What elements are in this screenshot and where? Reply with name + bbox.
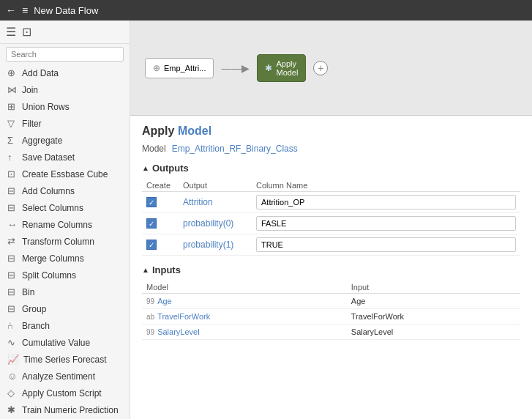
sidebar-item-rename-columns[interactable]: ↔ Rename Columns	[0, 216, 130, 233]
table-row: ✓ Attrition	[142, 192, 520, 213]
node-emp-label: Emp_Attri...	[164, 64, 206, 73]
sidebar-item-merge-columns[interactable]: ⊟ Merge Columns	[0, 250, 130, 267]
sidebar-item-split-columns[interactable]: ⊟ Split Columns	[0, 267, 130, 283]
node-apply-icon: ✱	[265, 63, 272, 73]
sidebar-label-create-essbase-cube: Create Essbase Cube	[22, 169, 108, 179]
col-header-model: Model	[142, 281, 347, 294]
sidebar-label-cumulative-value: Cumulative Value	[22, 338, 90, 348]
back-icon[interactable]: ←	[6, 4, 16, 16]
sidebar-label-filter: Filter	[22, 119, 42, 129]
input-model-2[interactable]: SalaryLevel	[157, 327, 199, 336]
model-value[interactable]: Emp_Attrition_RF_Binary_Class	[172, 144, 298, 154]
details-panel: Apply Model Model Emp_Attrition_RF_Binar…	[130, 116, 532, 419]
sidebar-item-create-essbase-cube[interactable]: ⊡ Create Essbase Cube	[0, 166, 130, 182]
sidebar-label-apply-custom-script: Apply Custom Script	[22, 388, 102, 398]
col-header-create: Create	[142, 179, 179, 192]
inputs-section-header[interactable]: ▲ Inputs	[142, 264, 520, 275]
input-value-1: TravelForWork	[351, 312, 404, 321]
sidebar-item-group[interactable]: ⊟ Group	[0, 300, 130, 317]
column-name-input-0[interactable]	[256, 195, 516, 210]
sidebar-label-merge-columns: Merge Columns	[22, 253, 84, 264]
sidebar-item-filter[interactable]: ▽ Filter	[0, 115, 130, 132]
sidebar-icon-rename-columns: ↔	[7, 219, 18, 230]
sidebar-item-add-data[interactable]: ⊕ Add Data	[0, 64, 130, 81]
sidebar-item-join[interactable]: ⋈ Join	[0, 81, 130, 98]
column-name-input-2[interactable]	[256, 237, 516, 252]
output-checkbox-2[interactable]: ✓	[146, 240, 157, 250]
sidebar-icon-group: ⊟	[7, 303, 18, 314]
output-name-1[interactable]: probability(0)	[183, 218, 233, 229]
inputs-table: Model Input 99Age Age abTravelForWork Tr…	[142, 281, 520, 340]
sidebar-item-add-columns[interactable]: ⊟ Add Columns	[0, 182, 130, 199]
sidebar-label-union-rows: Union Rows	[22, 102, 70, 112]
add-node-button[interactable]: +	[313, 61, 328, 75]
sidebar-item-apply-custom-script[interactable]: ◇ Apply Custom Script	[0, 385, 130, 401]
sidebar-item-analyze-sentiment[interactable]: ☺ Analyze Sentiment	[0, 368, 130, 385]
sidebar-item-aggregate[interactable]: Σ Aggregate	[0, 132, 130, 149]
table-row: ✓ probability(0)	[142, 213, 520, 234]
sidebar-icon-create-essbase-cube: ⊡	[7, 168, 18, 179]
sidebar-tab-icon[interactable]: ⊡	[22, 25, 31, 39]
sidebar-item-bin[interactable]: ⊟ Bin	[0, 283, 130, 300]
sidebar-icon-branch: ⑃	[7, 320, 18, 331]
sidebar-label-train-numeric-prediction: Train Numeric Prediction	[22, 405, 119, 415]
sidebar-icon-add-columns: ⊟	[7, 185, 18, 196]
model-row: Model Emp_Attrition_RF_Binary_Class	[142, 144, 520, 154]
col-header-output: Output	[179, 179, 252, 192]
sidebar-icon-train-numeric-prediction: ✱	[7, 404, 18, 415]
title-bar: ← ≡ New Data Flow	[0, 0, 532, 21]
menu-icon[interactable]: ≡	[22, 4, 28, 16]
outputs-section-header[interactable]: ▲ Outputs	[142, 163, 520, 174]
sidebar-item-time-series-forecast[interactable]: 📈 Time Series Forecast	[0, 351, 130, 368]
sidebar-icon-merge-columns: ⊟	[7, 253, 18, 264]
sidebar-item-union-rows[interactable]: ⊞ Union Rows	[0, 98, 130, 115]
sidebar-icon-join: ⋈	[7, 84, 18, 95]
node-emp-attri[interactable]: ⊕ Emp_Attri...	[145, 58, 214, 78]
sidebar-icon-split-columns: ⊟	[7, 270, 18, 281]
sidebar-label-aggregate: Aggregate	[22, 136, 62, 146]
content-area: ⊕ Emp_Attri... ——▶ ✱ ApplyModel + Apply …	[130, 21, 532, 419]
column-name-input-1[interactable]	[256, 216, 516, 231]
sidebar-item-transform-column[interactable]: ⇄ Transform Column	[0, 233, 130, 250]
sidebar-item-branch[interactable]: ⑃ Branch	[0, 317, 130, 334]
sidebar-item-cumulative-value[interactable]: ∿ Cumulative Value	[0, 334, 130, 351]
outputs-label: Outputs	[152, 163, 189, 174]
output-name-0[interactable]: Attrition	[183, 197, 213, 207]
sidebar-icon-aggregate: Σ	[7, 135, 18, 146]
table-row: 99Age Age	[142, 294, 520, 309]
input-value-2: SalaryLevel	[351, 327, 393, 336]
table-row: ✓ probability(1)	[142, 234, 520, 256]
sidebar-icon-analyze-sentiment: ☺	[7, 371, 18, 382]
input-model-0[interactable]: Age	[157, 297, 172, 305]
sidebar-item-save-dataset[interactable]: ↑ Save Dataset	[0, 149, 130, 166]
sidebar-label-add-data: Add Data	[22, 68, 59, 78]
sidebar-label-join: Join	[22, 85, 38, 95]
sidebar-label-split-columns: Split Columns	[22, 270, 76, 281]
inputs-chevron: ▲	[142, 266, 149, 274]
sidebar-menu-icon[interactable]: ☰	[6, 25, 16, 39]
sidebar-toolbar: ☰ ⊡	[0, 21, 130, 44]
col-header-input: Input	[347, 281, 520, 294]
sidebar-item-select-columns[interactable]: ⊟ Select Columns	[0, 199, 130, 216]
output-checkbox-0[interactable]: ✓	[146, 197, 157, 207]
sidebar-items-list: ⊕ Add Data ⋈ Join ⊞ Union Rows ▽ Filter …	[0, 64, 130, 419]
sidebar-icon-cumulative-value: ∿	[7, 337, 18, 348]
sidebar-item-train-numeric-prediction[interactable]: ✱ Train Numeric Prediction	[0, 401, 130, 418]
sidebar-icon-time-series-forecast: 📈	[7, 354, 19, 365]
app-title: New Data Flow	[34, 5, 98, 16]
sidebar-icon-filter: ▽	[7, 118, 18, 129]
type-badge-1: ab	[146, 313, 154, 321]
sidebar-search-container	[0, 44, 130, 64]
sidebar: ☰ ⊡ ⊕ Add Data ⋈ Join ⊞ Union Rows ▽ Fil…	[0, 21, 130, 419]
sidebar-label-select-columns: Select Columns	[22, 203, 83, 213]
output-name-2[interactable]: probability(1)	[183, 240, 233, 250]
sidebar-label-analyze-sentiment: Analyze Sentiment	[22, 371, 95, 382]
table-row: abTravelForWork TravelForWork	[142, 309, 520, 325]
input-model-1[interactable]: TravelForWork	[157, 312, 210, 321]
type-badge-2: 99	[146, 328, 154, 336]
search-input[interactable]	[6, 47, 124, 62]
sidebar-icon-union-rows: ⊞	[7, 101, 18, 112]
model-label: Model	[142, 144, 166, 154]
node-apply-model[interactable]: ✱ ApplyModel	[257, 54, 306, 82]
output-checkbox-1[interactable]: ✓	[146, 218, 157, 229]
